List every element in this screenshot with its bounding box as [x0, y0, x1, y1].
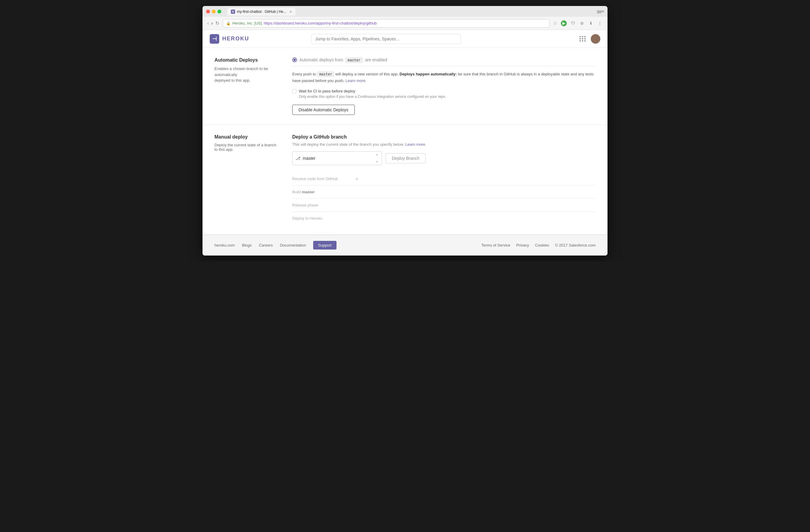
ci-label: Wait for CI to pass before deploy: [299, 89, 446, 93]
manual-learn-more-link[interactable]: Learn more: [405, 142, 425, 147]
radio-enabled-icon: [292, 58, 297, 62]
pipeline-section: Receive code from GitHub Build master Re…: [292, 172, 596, 225]
pipeline-build: Build master: [292, 186, 596, 199]
auto-deploy-status-text: Automatic deploys from master are enable…: [299, 58, 387, 62]
chevron-up-down-icon: ⌃⌄: [375, 154, 379, 163]
browser-window: H my-first-chatbot · GitHub | He... ✕ gg…: [202, 6, 608, 256]
release-label: Release phase: [292, 203, 352, 207]
more-options-icon[interactable]: ⋮: [597, 20, 603, 26]
section-left-manual: Manual deploy Deploy the current state o…: [214, 134, 292, 225]
nav-buttons: ‹ › ↻: [207, 21, 219, 26]
footer-right: Terms of Service Privacy Cookies © 2017 …: [481, 243, 596, 247]
footer-terms-link[interactable]: Terms of Service: [481, 243, 510, 247]
bookmark-icon[interactable]: ☆: [553, 20, 557, 26]
branch-select-dropdown[interactable]: ⎇ master ⌃⌄: [292, 151, 382, 165]
auto-deploy-status-row: Automatic deploys from master are enable…: [292, 58, 596, 66]
deploy-info-text: Every push to master will deploy a new v…: [292, 71, 596, 84]
deploy-branch-button[interactable]: Deploy Branch: [386, 153, 426, 163]
tab-title: my-first-chatbot · GitHub | He...: [237, 10, 286, 14]
tab-bar: H my-first-chatbot · GitHub | He... ✕: [227, 7, 595, 15]
footer-cookies-link[interactable]: Cookies: [535, 243, 549, 247]
manual-deploy-title: Manual deploy: [214, 134, 280, 140]
deploy-heroku-label: Deploy to Heroku: [292, 216, 352, 221]
github-branch-desc: This will deploy the current state of th…: [292, 142, 596, 147]
support-button[interactable]: Support: [313, 241, 337, 249]
address-bar[interactable]: 🔒 Heroku, Inc. [US] https://dashboard.he…: [223, 19, 549, 28]
back-button[interactable]: ‹: [207, 21, 209, 26]
extension-icon-shield[interactable]: 🛡: [570, 20, 576, 26]
section-right-auto: Automatic deploys from master are enable…: [292, 58, 596, 115]
automatic-deploys-desc: Enables a chosen branch to be automatica…: [214, 66, 280, 83]
auto-deploy-branch: master: [345, 58, 362, 63]
automatic-deploys-section: Automatic Deploys Enables a chosen branc…: [202, 48, 608, 125]
ci-checkbox-row: Wait for CI to pass before deploy Only e…: [292, 89, 596, 99]
branch-git-icon: ⎇: [295, 156, 300, 161]
build-label: Build master: [292, 190, 352, 194]
footer-privacy-link[interactable]: Privacy: [516, 243, 529, 247]
pipeline-deploy-heroku: Deploy to Heroku: [292, 212, 596, 225]
tab-close-icon[interactable]: ✕: [289, 10, 292, 14]
header-search[interactable]: [311, 34, 461, 44]
branch-row: ⎇ master ⌃⌄ Deploy Branch: [292, 151, 596, 165]
disable-auto-deploys-button[interactable]: Disable Automatic Deploys: [292, 105, 355, 115]
extension-icon-info[interactable]: ℹ: [588, 20, 594, 26]
address-origin: Heroku, Inc. [US]: [232, 21, 262, 26]
auto-learn-more-link[interactable]: Learn more: [345, 78, 365, 83]
header-right: [579, 34, 600, 44]
browser-icons: ▶ 🛡 ⊙ ℹ ⋮: [561, 20, 603, 26]
active-tab[interactable]: H my-first-chatbot · GitHub | He... ✕: [227, 8, 295, 16]
receive-code-spinner: [356, 178, 358, 180]
ci-label-group: Wait for CI to pass before deploy Only e…: [299, 89, 446, 99]
ci-sublabel: Only enable this option if you have a Co…: [299, 95, 446, 99]
pipeline-receive-code: Receive code from GitHub: [292, 172, 596, 186]
browser-user: ggm: [597, 9, 604, 14]
footer-link-blogs[interactable]: Blogs: [242, 243, 252, 247]
heroku-header: ⊣ HEROKU: [202, 30, 608, 48]
manual-deploy-desc: Deploy the current state of a branch to …: [214, 143, 280, 152]
section-right-manual: Deploy a GitHub branch This will deploy …: [292, 134, 596, 225]
receive-code-label: Receive code from GitHub: [292, 177, 352, 181]
search-input[interactable]: [311, 34, 461, 44]
ci-checkbox[interactable]: [292, 89, 296, 93]
github-branch-title: Deploy a GitHub branch: [292, 134, 596, 140]
close-button[interactable]: [206, 10, 210, 14]
heroku-logo: ⊣ HEROKU: [210, 34, 249, 44]
maximize-button[interactable]: [217, 10, 221, 14]
automatic-deploys-title: Automatic Deploys: [214, 58, 280, 63]
footer-copyright: © 2017 Salesforce.com: [555, 243, 596, 247]
user-avatar[interactable]: [591, 34, 600, 44]
refresh-button[interactable]: ↻: [215, 21, 219, 26]
browser-titlebar: H my-first-chatbot · GitHub | He... ✕ gg…: [202, 6, 608, 17]
manual-deploy-section: Manual deploy Deploy the current state o…: [202, 125, 608, 235]
extension-icon-circle[interactable]: ⊙: [579, 20, 585, 26]
section-left-auto: Automatic Deploys Enables a chosen branc…: [214, 58, 292, 115]
extension-icon-green[interactable]: ▶: [561, 20, 567, 26]
address-path: https://dashboard.heroku.com/apps/my-fir…: [264, 21, 377, 26]
footer-link-careers[interactable]: Careers: [259, 243, 273, 247]
footer-link-heroku[interactable]: heroku.com: [214, 243, 235, 247]
footer-link-documentation[interactable]: Documentation: [280, 243, 306, 247]
lock-icon: 🔒: [226, 21, 231, 26]
forward-button[interactable]: ›: [211, 21, 213, 26]
apps-grid-icon[interactable]: [579, 36, 586, 42]
tab-favicon: H: [231, 10, 235, 14]
browser-content: ⊣ HEROKU: [202, 30, 608, 256]
footer: heroku.com Blogs Careers Documentation S…: [202, 235, 608, 256]
browser-addressbar: ‹ › ↻ 🔒 Heroku, Inc. [US] https://dashbo…: [202, 17, 608, 30]
minimize-button[interactable]: [212, 10, 216, 14]
pipeline-release: Release phase: [292, 199, 596, 212]
heroku-logo-icon: ⊣: [210, 34, 219, 44]
branch-selected-name: master: [303, 156, 373, 161]
traffic-lights: [206, 10, 221, 14]
heroku-logo-text: HEROKU: [222, 36, 249, 42]
